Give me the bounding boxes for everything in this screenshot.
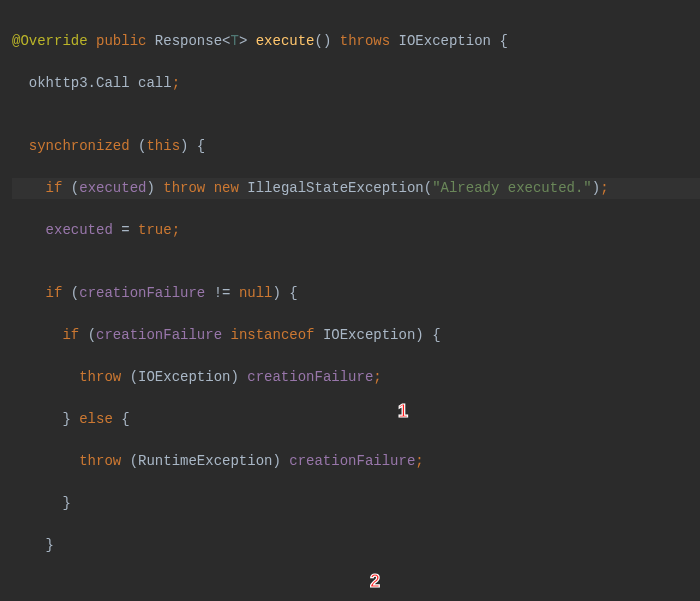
code-line: } [12, 493, 700, 514]
code-line: throw (RuntimeException) creationFailure… [12, 451, 700, 472]
code-line: if (creationFailure instanceof IOExcepti… [12, 325, 700, 346]
code-line: executed = true; [12, 220, 700, 241]
code-editor: @Override public Response<T> execute() t… [0, 0, 700, 601]
code-line: if (creationFailure != null) { [12, 283, 700, 304]
code-line: } else { [12, 409, 700, 430]
code-line: @Override public Response<T> execute() t… [12, 31, 700, 52]
code-line: } [12, 535, 700, 556]
code-line-highlighted: if (executed) throw new IllegalStateExce… [12, 178, 700, 199]
code-line: okhttp3.Call call; [12, 73, 700, 94]
code-line: synchronized (this) { [12, 136, 700, 157]
code-line: throw (IOException) creationFailure; [12, 367, 700, 388]
